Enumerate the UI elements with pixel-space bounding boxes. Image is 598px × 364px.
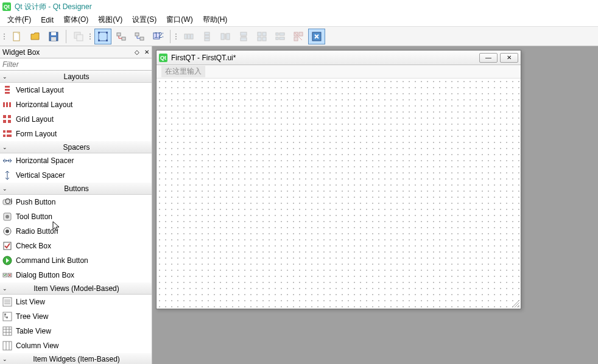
svg-rect-12 — [122, 37, 125, 40]
widget-tool-button[interactable]: Tool Button — [0, 209, 152, 224]
widget-command-link[interactable]: Command Link Button — [0, 253, 152, 268]
svg-rect-51 — [8, 120, 11, 123]
widget-vertical-layout[interactable]: Vertical Layout — [0, 83, 152, 97]
layout-hsplitter-button — [217, 29, 234, 44]
menubar-placeholder[interactable]: 在这里输入 — [161, 66, 205, 77]
widget-horizontal-layout[interactable]: Horizontal Layout — [0, 97, 152, 112]
svg-rect-14 — [140, 37, 144, 40]
horizontal-layout-icon — [2, 100, 12, 110]
widget-vertical-spacer[interactable]: Vertical Spacer — [0, 168, 152, 183]
menu-form[interactable]: 窗体(O) — [58, 13, 93, 26]
svg-rect-2 — [51, 32, 56, 35]
designer-window-titlebar[interactable]: Qt FirstQT - FirstQT.ui* — ✕ — [157, 51, 521, 65]
toolbar-separator — [170, 30, 171, 43]
svg-rect-42 — [5, 86, 10, 88]
category-item-views[interactable]: ⌄Item Views (Model-Based) — [0, 282, 152, 295]
svg-rect-30 — [262, 32, 266, 36]
menu-settings[interactable]: 设置(S) — [127, 13, 161, 26]
widget-check-box[interactable]: Check Box — [0, 239, 152, 253]
resize-grip-icon[interactable] — [512, 300, 519, 307]
category-item-widgets[interactable]: ⌄Item Widgets (Item-Based) — [0, 353, 152, 364]
float-panel-button[interactable]: ◇ — [132, 48, 142, 57]
menu-file[interactable]: 文件(F) — [2, 13, 36, 26]
svg-rect-49 — [8, 115, 11, 118]
svg-text:OK: OK — [5, 197, 12, 206]
svg-rect-38 — [299, 32, 303, 36]
svg-rect-72 — [6, 317, 8, 318]
menu-window[interactable]: 窗口(W) — [161, 13, 197, 26]
new-form-button[interactable] — [9, 29, 26, 44]
svg-rect-50 — [3, 120, 6, 123]
list-view-icon — [2, 297, 12, 307]
open-button[interactable] — [27, 29, 44, 44]
svg-rect-6 — [99, 32, 107, 41]
svg-rect-54 — [3, 135, 5, 137]
app-title: Qt 设计师 - Qt Designer — [15, 2, 92, 12]
widget-dialog-button-box[interactable]: Dialog Button Box — [0, 268, 152, 282]
save-button[interactable] — [45, 29, 62, 44]
widget-push-button[interactable]: OKPush Button — [0, 195, 152, 209]
edit-widgets-button[interactable] — [94, 29, 111, 44]
toolbar-grip[interactable] — [174, 30, 178, 43]
category-buttons[interactable]: ⌄Buttons — [0, 183, 152, 195]
edit-signals-button[interactable] — [113, 29, 130, 44]
widget-form-layout[interactable]: Form Layout — [0, 127, 152, 141]
svg-rect-78 — [3, 341, 12, 350]
category-spacers[interactable]: ⌄Spacers — [0, 141, 152, 153]
svg-rect-44 — [5, 92, 10, 94]
minimize-button[interactable]: — — [479, 53, 498, 63]
toolbar-separator — [66, 30, 66, 43]
form-canvas[interactable] — [157, 79, 521, 309]
widget-radio-button[interactable]: Radio Button — [0, 224, 152, 239]
toolbar-grip[interactable] — [2, 30, 6, 43]
close-button[interactable]: ✕ — [500, 53, 518, 63]
layout-vertical-button — [199, 29, 216, 44]
chevron-down-icon: ⌄ — [2, 285, 10, 292]
widget-list-view[interactable]: List View — [0, 295, 152, 309]
category-layouts[interactable]: ⌄Layouts — [0, 71, 152, 83]
menu-view[interactable]: 视图(V) — [93, 13, 127, 26]
adjust-size-button[interactable] — [308, 29, 325, 44]
svg-rect-29 — [258, 32, 261, 36]
chevron-down-icon: ⌄ — [2, 74, 10, 80]
svg-rect-35 — [276, 37, 278, 40]
edit-buddies-button[interactable] — [131, 29, 148, 44]
svg-rect-73 — [3, 327, 12, 335]
svg-rect-13 — [135, 33, 139, 36]
toolbar-grip[interactable] — [88, 30, 92, 43]
filter-input[interactable] — [0, 58, 152, 70]
widget-column-view[interactable]: Column View — [0, 338, 152, 353]
chevron-down-icon: ⌄ — [2, 356, 10, 362]
main-toolbar: 123 — [0, 27, 598, 46]
svg-rect-23 — [221, 33, 224, 40]
vspacer-icon — [2, 170, 12, 180]
hspacer-icon — [2, 156, 12, 166]
widget-filter[interactable] — [0, 58, 152, 71]
widget-table-view[interactable]: Table View — [0, 324, 152, 338]
menu-edit[interactable]: Edit — [36, 15, 58, 26]
svg-rect-27 — [241, 38, 247, 41]
dialog-button-box-icon — [2, 270, 12, 280]
widget-grid-layout[interactable]: Grid Layout — [0, 112, 152, 127]
menu-help[interactable]: 帮助(H) — [198, 13, 233, 26]
svg-text:123: 123 — [154, 31, 163, 40]
svg-rect-64 — [3, 273, 7, 277]
edit-tab-order-button[interactable]: 123 — [149, 29, 166, 44]
mdi-area[interactable]: Qt FirstQT - FirstQT.ui* — ✕ 在这里输入 — [152, 46, 598, 364]
svg-point-61 — [5, 229, 9, 233]
svg-rect-36 — [280, 37, 284, 40]
widget-horizontal-spacer[interactable]: Horizontal Spacer — [0, 153, 152, 168]
designer-form-window[interactable]: Qt FirstQT - FirstQT.ui* — ✕ 在这里输入 — [156, 50, 521, 309]
svg-rect-52 — [3, 130, 5, 133]
widget-tree-view[interactable]: Tree View — [0, 309, 152, 324]
svg-rect-39 — [294, 37, 298, 41]
designer-form-menubar[interactable]: 在这里输入 — [157, 65, 521, 79]
svg-rect-21 — [205, 35, 209, 38]
tree-view-icon — [2, 312, 12, 321]
close-panel-button[interactable]: ✕ — [142, 48, 152, 57]
widget-list[interactable]: ⌄Layouts Vertical Layout Horizontal Layo… — [0, 71, 152, 364]
layout-form-button — [272, 29, 289, 44]
main-content: Widget Box ◇ ✕ ⌄Layouts Vertical Layout … — [0, 46, 598, 364]
svg-rect-9 — [98, 40, 100, 41]
svg-rect-20 — [205, 32, 209, 35]
